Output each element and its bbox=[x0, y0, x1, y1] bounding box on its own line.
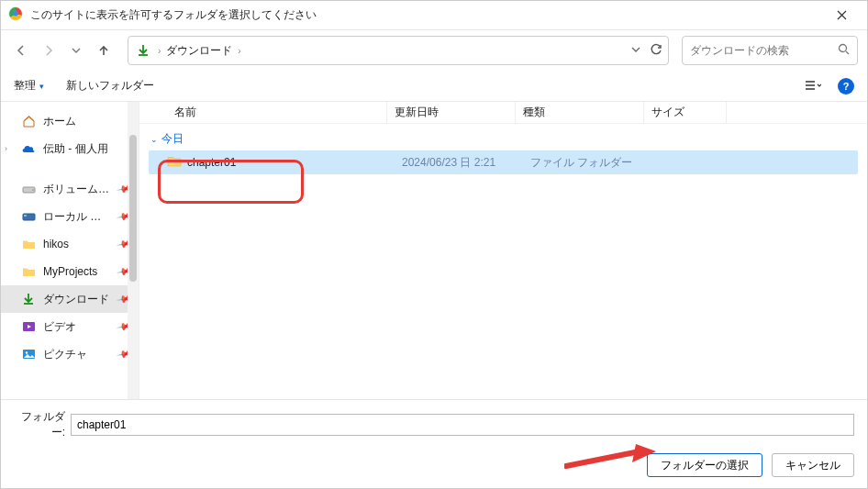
breadcrumb-separator-icon: › bbox=[158, 46, 161, 56]
annotation-arrow bbox=[564, 442, 660, 472]
sidebar-item-label: ホーム bbox=[43, 114, 131, 129]
group-label: 今日 bbox=[161, 131, 184, 147]
forward-button[interactable] bbox=[38, 39, 60, 61]
home-icon bbox=[21, 114, 36, 128]
folder-icon bbox=[21, 237, 36, 251]
view-mode-button[interactable] bbox=[801, 75, 825, 97]
folder-input[interactable] bbox=[71, 414, 854, 436]
column-size[interactable]: サイズ bbox=[644, 102, 727, 123]
sidebar-item-label: ローカル ディスク bbox=[43, 209, 111, 225]
file-list-area: 名前 更新日時 種類 サイズ ⌄ 今日 chapter01 2024/06/23… bbox=[139, 102, 867, 399]
sidebar-item-label: ダウンロード bbox=[43, 292, 111, 307]
new-folder-label: 新しいフォルダー bbox=[66, 79, 154, 92]
chevron-down-icon[interactable] bbox=[631, 44, 640, 57]
sidebar-item-personal[interactable]: › 伝助 - 個人用 bbox=[1, 135, 139, 162]
column-name[interactable]: 名前 bbox=[167, 102, 387, 123]
breadcrumb-separator-icon: › bbox=[238, 46, 240, 56]
column-headers: 名前 更新日時 種類 サイズ bbox=[139, 102, 867, 124]
svg-rect-6 bbox=[24, 215, 27, 217]
nav-row: › ダウンロード › bbox=[1, 30, 867, 71]
address-bar[interactable]: › ダウンロード › bbox=[128, 36, 669, 65]
recent-dropdown[interactable] bbox=[65, 39, 87, 61]
cancel-button[interactable]: キャンセル bbox=[772, 453, 854, 477]
table-row[interactable]: chapter01 2024/06/23 日 2:21 ファイル フォルダー bbox=[149, 150, 858, 174]
titlebar: このサイトに表示を許可するフォルダを選択してください bbox=[1, 1, 867, 30]
download-icon bbox=[134, 44, 152, 57]
sidebar-item-localdisk[interactable]: ローカル ディスク 📌 bbox=[1, 203, 139, 230]
cell-date: 2024/06/23 日 2:21 bbox=[402, 155, 530, 171]
expand-icon[interactable]: › bbox=[5, 144, 7, 153]
sidebar-item-label: ビデオ bbox=[43, 319, 111, 335]
sidebar-item-hikos[interactable]: hikos 📌 bbox=[1, 230, 139, 258]
sidebar-item-label: ピクチャ bbox=[43, 347, 111, 362]
toolbar: 整理 ▾ 新しいフォルダー ? bbox=[1, 71, 867, 102]
help-button[interactable]: ? bbox=[838, 78, 854, 94]
cell-type: ファイル フォルダー bbox=[530, 155, 659, 171]
column-type[interactable]: 種類 bbox=[516, 102, 644, 123]
sidebar-item-label: 伝助 - 個人用 bbox=[43, 141, 131, 157]
svg-point-9 bbox=[25, 351, 27, 353]
sidebar-item-home[interactable]: ホーム bbox=[1, 107, 139, 135]
back-button[interactable] bbox=[10, 39, 32, 61]
organize-label: 整理 bbox=[14, 78, 36, 94]
sidebar-item-pictures[interactable]: ピクチャ 📌 bbox=[1, 340, 139, 368]
select-folder-button[interactable]: フォルダーの選択 bbox=[647, 453, 762, 477]
sidebar-item-label: MyProjects bbox=[43, 265, 111, 278]
folder-label: フォルダー: bbox=[14, 409, 65, 440]
dropdown-icon: ▾ bbox=[39, 82, 44, 91]
sidebar-item-volume-d[interactable]: ボリューム (D:) 📌 bbox=[1, 175, 139, 203]
footer: フォルダー: フォルダーの選択 キャンセル bbox=[1, 399, 867, 488]
chrome-icon bbox=[8, 6, 23, 24]
group-header-today[interactable]: ⌄ 今日 bbox=[150, 131, 858, 147]
svg-point-4 bbox=[32, 189, 34, 191]
sidebar: ホーム › 伝助 - 個人用 ボリューム (D:) 📌 ローカル ディスク 📌 … bbox=[1, 102, 139, 399]
drive-icon bbox=[21, 209, 36, 224]
column-date[interactable]: 更新日時 bbox=[387, 102, 516, 123]
close-button[interactable] bbox=[823, 3, 860, 28]
refresh-button[interactable] bbox=[650, 43, 662, 59]
sidebar-item-downloads[interactable]: ダウンロード 📌 bbox=[1, 285, 139, 313]
organize-menu[interactable]: 整理 ▾ bbox=[14, 78, 44, 94]
search-box[interactable] bbox=[682, 36, 858, 65]
chevron-down-icon: ⌄ bbox=[150, 135, 158, 144]
new-folder-button[interactable]: 新しいフォルダー bbox=[66, 78, 154, 94]
sidebar-item-videos[interactable]: ビデオ 📌 bbox=[1, 313, 139, 340]
sidebar-scrollbar[interactable] bbox=[128, 102, 139, 399]
cell-name: chapter01 bbox=[187, 156, 402, 169]
folder-icon bbox=[167, 155, 182, 170]
breadcrumb-downloads[interactable]: ダウンロード bbox=[166, 43, 232, 59]
pictures-icon bbox=[21, 347, 36, 361]
search-input[interactable] bbox=[690, 44, 838, 57]
sidebar-item-myprojects[interactable]: MyProjects 📌 bbox=[1, 258, 139, 285]
search-icon bbox=[838, 43, 850, 58]
window-title: このサイトに表示を許可するフォルダを選択してください bbox=[30, 7, 823, 23]
onedrive-icon bbox=[21, 141, 36, 156]
download-icon bbox=[21, 292, 36, 306]
sidebar-item-label: hikos bbox=[43, 238, 111, 250]
drive-icon bbox=[21, 182, 36, 196]
svg-point-2 bbox=[840, 45, 847, 52]
sidebar-item-label: ボリューム (D:) bbox=[43, 182, 111, 197]
up-button[interactable] bbox=[93, 39, 115, 61]
folder-icon bbox=[21, 264, 36, 279]
video-icon bbox=[21, 319, 36, 334]
